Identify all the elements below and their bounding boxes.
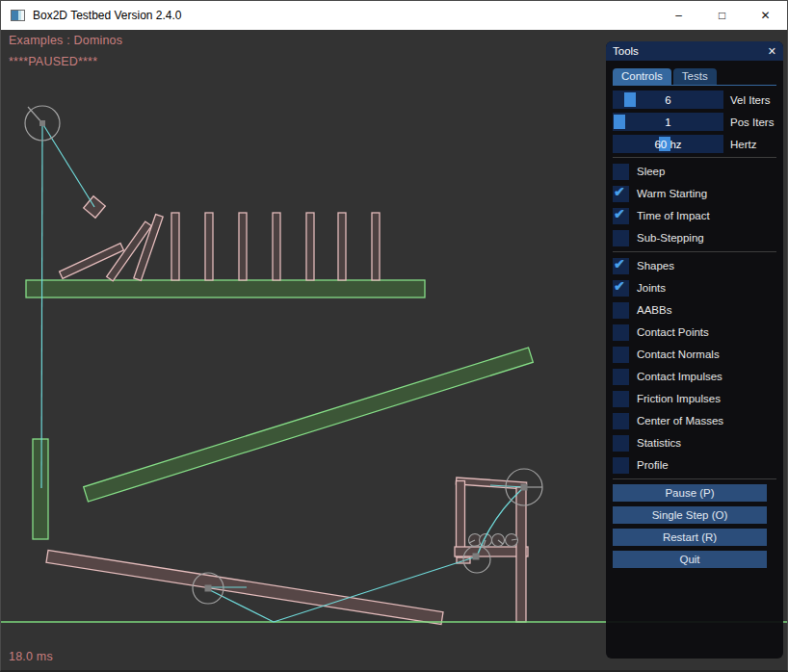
- checkmark-icon: ✔: [614, 184, 625, 199]
- slider-row-pos-iters: 1Pos Iters: [613, 113, 776, 131]
- joint-anchor-3: [521, 484, 528, 491]
- checkbox-label: Contact Impulses: [637, 371, 722, 382]
- app-icon: [11, 10, 25, 21]
- tab-bar: ControlsTests: [613, 66, 776, 86]
- checkbox-contact-normals[interactable]: [613, 347, 629, 363]
- restart-r-button[interactable]: Restart (R): [613, 529, 767, 546]
- checkbox-row-contact-normals[interactable]: Contact Normals: [613, 346, 776, 363]
- joint-anchor-2: [205, 585, 212, 592]
- checkbox-row-sleep[interactable]: Sleep: [613, 163, 776, 180]
- checkbox-center-of-masses[interactable]: [613, 413, 629, 429]
- checkbox-label: Time of Impact: [637, 210, 710, 221]
- quit-button[interactable]: Quit: [613, 551, 767, 568]
- slider-vel-iters[interactable]: 6: [613, 90, 723, 109]
- checkbox-sub-stepping[interactable]: [613, 230, 629, 246]
- checkbox-row-time-of-impact[interactable]: ✔Time of Impact: [613, 207, 776, 224]
- checkbox-contact-points[interactable]: [613, 324, 629, 341]
- tab-controls[interactable]: Controls: [613, 68, 671, 85]
- checkbox-row-warm-starting[interactable]: ✔Warm Starting: [613, 185, 776, 202]
- checkbox-label: Statistics: [637, 437, 681, 449]
- pendulum-rope: [41, 123, 42, 488]
- checkbox-label: Joints: [637, 282, 666, 294]
- draw-checkbox-group: ✔Shapes✔JointsAABBsContact PointsContact…: [613, 257, 776, 474]
- slider-row-hertz: 60 hzHertz: [613, 135, 776, 153]
- checkbox-row-aabbs[interactable]: AABBs: [613, 301, 776, 319]
- frame-right-post: [516, 487, 526, 622]
- checkmark-icon: ✔: [614, 256, 625, 271]
- checkbox-row-profile[interactable]: Profile: [613, 456, 776, 474]
- slider-label: Vel Iters: [730, 94, 771, 106]
- checkbox-friction-impulses[interactable]: [613, 391, 629, 407]
- tools-panel-title: Tools: [613, 45, 639, 57]
- slider-group: 6Vel Iters1Pos Iters60 hzHertz: [613, 90, 776, 153]
- checkbox-row-contact-points[interactable]: Contact Points: [613, 323, 776, 341]
- checkbox-warm-starting[interactable]: ✔: [613, 186, 629, 202]
- checkbox-statistics[interactable]: [613, 435, 629, 452]
- frame-left-post: [457, 481, 465, 557]
- tools-panel-body: ControlsTests 6Vel Iters1Pos Iters60 hzH…: [606, 61, 783, 568]
- vertical-plank: [33, 439, 48, 539]
- pause-p-button[interactable]: Pause (P): [613, 484, 767, 502]
- checkbox-label: Sub-Stepping: [637, 232, 704, 244]
- checkbox-row-center-of-masses[interactable]: Center of Masses: [613, 412, 776, 429]
- tools-panel-titlebar[interactable]: Tools ✕: [606, 41, 783, 61]
- domino-standing-3: [239, 213, 247, 280]
- platform: [26, 280, 425, 297]
- checkbox-label: Contact Points: [637, 326, 709, 338]
- checkbox-time-of-impact[interactable]: ✔: [613, 208, 629, 224]
- checkbox-row-joints[interactable]: ✔Joints: [613, 279, 776, 297]
- app-window: Box2D Testbed Version 2.4.0 – □ ✕ Exampl…: [0, 0, 788, 672]
- single-step-o-button[interactable]: Single Step (O): [613, 506, 767, 524]
- checkbox-label: Profile: [637, 459, 669, 471]
- domino-standing-1: [171, 213, 179, 280]
- maximize-button[interactable]: □: [700, 1, 744, 30]
- checkbox-sleep[interactable]: [613, 164, 629, 180]
- checkbox-row-statistics[interactable]: Statistics: [613, 434, 776, 452]
- checkbox-label: Friction Impulses: [637, 393, 721, 404]
- slider-pos-iters[interactable]: 1: [613, 113, 723, 131]
- checkbox-label: Shapes: [637, 260, 674, 271]
- domino-standing-5: [306, 213, 314, 280]
- close-button[interactable]: ✕: [744, 1, 787, 30]
- action-button-group: Pause (P)Single Step (O)Restart (R)Quit: [613, 484, 776, 568]
- checkbox-aabbs[interactable]: [613, 302, 629, 319]
- joint-anchor-4: [473, 554, 480, 560]
- separator: [613, 251, 776, 252]
- checkbox-joints[interactable]: ✔: [613, 280, 629, 297]
- joint-anchor-1: [39, 120, 45, 126]
- simulation-checkbox-group: Sleep✔Warm Starting✔Time of ImpactSub-St…: [613, 163, 776, 246]
- panel-close-icon[interactable]: ✕: [768, 45, 776, 58]
- tab-tests[interactable]: Tests: [673, 68, 717, 85]
- separator: [613, 478, 776, 479]
- separator: [613, 157, 776, 158]
- checkbox-label: Contact Normals: [637, 349, 720, 360]
- checkbox-label: Center of Masses: [637, 415, 723, 426]
- minimize-button[interactable]: –: [657, 1, 700, 30]
- slider-value: 60 hz: [613, 135, 723, 153]
- window-controls: – □ ✕: [657, 1, 787, 30]
- checkbox-row-shapes[interactable]: ✔Shapes: [613, 257, 776, 274]
- checkmark-icon: ✔: [614, 278, 625, 294]
- os-titlebar: Box2D Testbed Version 2.4.0 – □ ✕: [1, 1, 787, 30]
- checkbox-label: Sleep: [637, 166, 665, 177]
- paused-label: ****PAUSED****: [9, 55, 97, 68]
- slider-hertz[interactable]: 60 hz: [613, 135, 723, 153]
- checkmark-icon: ✔: [614, 206, 625, 221]
- slider-label: Pos Iters: [730, 116, 774, 128]
- slider-row-vel-iters: 6Vel Iters: [613, 90, 776, 109]
- slider-value: 6: [613, 90, 723, 109]
- checkbox-shapes[interactable]: ✔: [613, 258, 629, 274]
- domino-standing-4: [273, 213, 280, 280]
- checkbox-contact-impulses[interactable]: [613, 369, 629, 385]
- checkbox-row-sub-stepping[interactable]: Sub-Stepping: [613, 229, 776, 246]
- checkbox-row-contact-impulses[interactable]: Contact Impulses: [613, 368, 776, 385]
- slider-label: Hertz: [730, 139, 756, 150]
- slider-value: 1: [613, 113, 723, 131]
- window-title: Box2D Testbed Version 2.4.0: [33, 9, 182, 22]
- checkbox-row-friction-impulses[interactable]: Friction Impulses: [613, 390, 776, 407]
- domino-standing-6: [338, 213, 346, 280]
- domino-standing-2: [205, 213, 213, 280]
- frame-time-label: 18.0 ms: [9, 650, 53, 663]
- example-label: Examples : Dominos: [9, 34, 122, 47]
- checkbox-profile[interactable]: [613, 457, 629, 474]
